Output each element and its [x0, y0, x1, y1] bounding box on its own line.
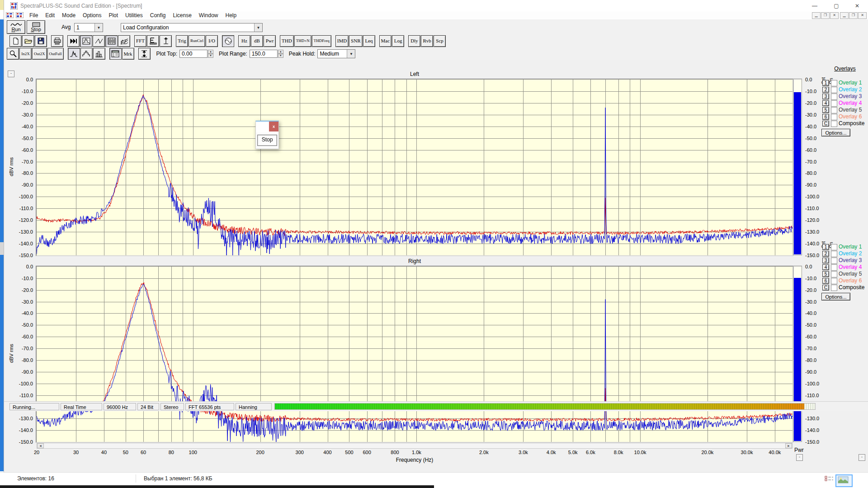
overlay-on-checkbox-c[interactable]	[831, 121, 837, 127]
menu-file[interactable]: File	[26, 12, 42, 19]
overlay-on-checkbox-2[interactable]	[831, 87, 837, 93]
maximize-button[interactable]: ▢	[826, 0, 847, 12]
toolbar-pitch-button[interactable]	[160, 35, 172, 47]
toolbar-narrowband-button[interactable]	[68, 48, 80, 60]
spectrum-plot-right-canvas[interactable]	[37, 267, 793, 442]
peak-hold-select[interactable]: Medium▼	[317, 49, 355, 58]
toolbar-octave-button[interactable]	[80, 48, 93, 60]
toolbar-reverb-button[interactable]: Rvb	[421, 35, 433, 47]
scroll-right-icon[interactable]: ►	[785, 443, 792, 448]
toolbar-scope-button[interactable]: Scp	[434, 35, 446, 47]
details-view-icon[interactable]	[825, 476, 835, 484]
plot-top-input-spinner[interactable]: ▲▼	[208, 50, 213, 58]
spectrum-plot-right[interactable]	[36, 266, 793, 443]
toolbar-signal-generator-button[interactable]	[222, 35, 234, 47]
overlay-on-checkbox-4[interactable]	[831, 100, 837, 107]
overlays-options-button[interactable]: Options...	[821, 293, 850, 300]
toolbar-new-button[interactable]	[9, 35, 22, 47]
avg-select[interactable]: 1 ▼	[74, 23, 103, 32]
toolbar-run-control-button[interactable]: RunCtrl	[189, 35, 205, 47]
generator-stop-dialog[interactable]: x Stop	[255, 121, 279, 149]
overlay-set-button-4[interactable]: 4	[822, 264, 829, 270]
pane-collapse-icon-meter[interactable]: -	[796, 454, 803, 461]
toolbar-scaling-button[interactable]	[147, 35, 159, 47]
toolbar-waveform-view-button[interactable]	[93, 35, 105, 47]
toolbar-save-button[interactable]	[35, 35, 47, 47]
run-button[interactable]: Run	[7, 20, 25, 34]
toolbar-zoom-out-2x-button[interactable]: Out2X	[32, 48, 47, 60]
scroll-left-icon[interactable]: ◄	[37, 443, 44, 448]
spectrum-plot-left-canvas[interactable]	[37, 80, 793, 255]
toolbar-surface-view-button[interactable]	[118, 35, 130, 47]
toolbar-vertical-range-button[interactable]	[138, 48, 151, 60]
overlay-on-checkbox-5[interactable]	[831, 271, 837, 277]
overlay-set-button-3[interactable]: 3	[822, 94, 829, 99]
toolbar-leq-button[interactable]: Leq	[363, 35, 375, 47]
overlay-set-button-c[interactable]: C	[822, 121, 829, 127]
toolbar-zoom-out-full-button[interactable]: OutFull	[47, 48, 64, 60]
overlay-on-checkbox-1[interactable]	[831, 80, 837, 86]
mdi-close-icon-2[interactable]: ✕	[858, 12, 867, 19]
overlay-on-checkbox-6[interactable]	[831, 278, 837, 284]
toolbar-thd-button[interactable]: THD	[280, 35, 294, 47]
plot-top-input[interactable]: 0.00	[179, 50, 208, 58]
overlay-set-button-1[interactable]: 1	[822, 244, 829, 250]
pane-collapse-icon[interactable]: -	[8, 70, 14, 77]
mdi-restore-icon[interactable]: ❐	[821, 12, 830, 19]
toolbar-spectrum-view-button[interactable]	[80, 35, 92, 47]
plot-top-input-down-icon[interactable]: ▼	[208, 54, 213, 58]
minimize-button[interactable]: —	[804, 0, 825, 12]
toolbar-snr-button[interactable]: SNR	[349, 35, 362, 47]
pane-collapse-icon-right[interactable]: -	[859, 454, 865, 461]
mdi-minimize-icon-2[interactable]: ▁	[840, 12, 849, 19]
toolbar-imd-button[interactable]: IMD	[335, 35, 349, 47]
peak-hold-dropdown-icon[interactable]: ▼	[347, 50, 355, 58]
overlay-on-checkbox-4[interactable]	[831, 264, 837, 271]
toolbar-fft-settings-button[interactable]: FFT	[134, 35, 146, 47]
overlay-on-checkbox-2[interactable]	[831, 251, 837, 257]
toolbar-legend-button[interactable]	[109, 48, 122, 60]
toolbar-thd-n-button[interactable]: THD+N	[294, 35, 311, 47]
scroll-track[interactable]	[44, 443, 785, 448]
title-bar[interactable]: SpectraPLUS-SC Sound Card Edition - [Spe…	[4, 0, 868, 12]
mdi-close-icon[interactable]: ✕	[830, 12, 839, 19]
overlay-on-checkbox-6[interactable]	[831, 114, 837, 120]
overlay-set-button-2[interactable]: 2	[822, 251, 829, 257]
mdi-restore-icon-2[interactable]: ❐	[849, 12, 858, 19]
overlay-set-button-c[interactable]: C	[822, 285, 829, 291]
toolbar-marker-button[interactable]: Mrk	[122, 48, 134, 60]
plot-range-input[interactable]: 150.0	[250, 50, 278, 58]
close-button[interactable]: ✕	[847, 0, 868, 12]
stop-button[interactable]: Stop	[27, 20, 45, 34]
configuration-dropdown-icon[interactable]: ▼	[254, 23, 262, 32]
toolbar-db-button[interactable]: dB	[251, 35, 263, 47]
overlay-set-button-2[interactable]: 2	[822, 87, 829, 93]
toolbar-zoom-button[interactable]	[7, 48, 19, 60]
toolbar-logging-button[interactable]: Log	[392, 35, 404, 47]
toolbar-io-device-button[interactable]: I/O	[206, 35, 218, 47]
overlays-options-button[interactable]: Options...	[821, 129, 850, 136]
toolbar-spectrogram-view-button[interactable]	[105, 35, 118, 47]
toolbar-print-button[interactable]	[51, 35, 63, 47]
mdi-doc-icon-2[interactable]	[16, 12, 24, 18]
mdi-doc-icon-1[interactable]	[6, 12, 14, 18]
menu-config[interactable]: Config	[146, 12, 170, 19]
configuration-select[interactable]: Load Configuration ▼	[121, 23, 263, 32]
toolbar-zoom-in-2x-button[interactable]: In2X	[19, 48, 32, 60]
overlay-on-checkbox-3[interactable]	[831, 94, 837, 100]
generator-stop-button[interactable]: Stop	[257, 135, 277, 146]
menu-options[interactable]: Options	[79, 12, 105, 19]
overlay-set-button-5[interactable]: 5	[822, 107, 829, 113]
plot-top-input-up-icon[interactable]: ▲	[208, 50, 213, 54]
toolbar-thd-freq-button[interactable]: THDFreq	[312, 35, 331, 47]
toolbar-open-button[interactable]	[22, 35, 34, 47]
menu-plot[interactable]: Plot	[105, 12, 122, 19]
avg-dropdown-icon[interactable]: ▼	[94, 23, 103, 32]
toolbar-bars-button[interactable]	[93, 48, 105, 60]
mdi-minimize-icon[interactable]: ▁	[812, 12, 821, 19]
overlay-set-button-5[interactable]: 5	[822, 271, 829, 277]
overlay-set-button-3[interactable]: 3	[822, 258, 829, 263]
menu-mode[interactable]: Mode	[58, 12, 79, 19]
toolbar-fast-forward-button[interactable]	[67, 35, 80, 47]
overlay-on-checkbox-c[interactable]	[831, 285, 837, 291]
